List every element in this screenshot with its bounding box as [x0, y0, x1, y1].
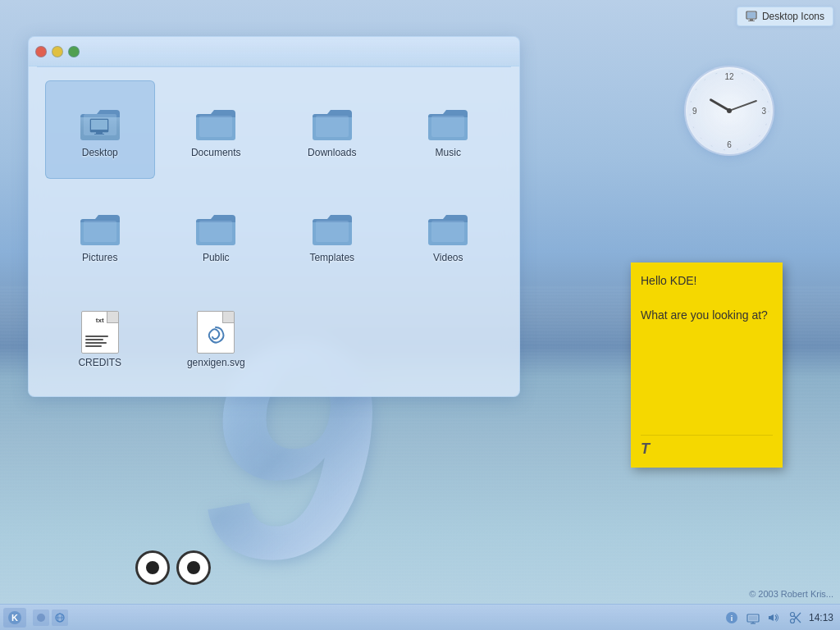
desktop-icon-videos[interactable]: Videos — [394, 185, 504, 284]
svg-rect-16 — [431, 116, 464, 137]
quick-launch-item1[interactable] — [33, 609, 49, 626]
pictures-folder-icon — [79, 206, 121, 249]
window-close-button[interactable] — [35, 46, 47, 57]
taskbar-left: K — [3, 608, 68, 628]
taskbar-right: i — [724, 609, 837, 626]
left-pupil — [146, 561, 159, 574]
info-tray-icon[interactable]: i — [724, 609, 740, 626]
right-pupil — [187, 561, 200, 574]
taskbar-time: 14:13 — [809, 612, 833, 623]
kde-menu-button[interactable]: K — [3, 608, 26, 628]
desktop-icons-button[interactable]: Desktop Icons — [737, 7, 833, 26]
monitor-icon — [746, 11, 757, 22]
desktop-icon-pictures[interactable]: Pictures — [45, 185, 155, 284]
pictures-icon-label: Pictures — [82, 252, 117, 263]
svg-rect-10 — [94, 134, 104, 135]
volume-tray-icon[interactable] — [766, 609, 783, 626]
right-eye — [176, 550, 211, 585]
templates-icon-label: Templates — [309, 252, 354, 263]
sticky-line1: Hello KDE! — [641, 272, 773, 290]
clock-face: 12 3 6 9 — [684, 66, 774, 156]
svg-text:K: K — [11, 613, 18, 623]
svg-text:i: i — [731, 614, 733, 623]
downloads-icon-label: Downloads — [308, 147, 356, 158]
desktop-icon-templates[interactable]: Templates — [277, 185, 387, 284]
eyes-character — [135, 550, 211, 585]
clock-center-dot — [727, 108, 732, 113]
music-folder-icon — [427, 101, 469, 144]
network-icon — [746, 611, 760, 624]
desktop-icon-genxigen[interactable]: genxigen.svg — [162, 290, 272, 389]
sticky-toolbar: T — [641, 435, 773, 458]
copyright-text: © 2003 Robert Kris... — [749, 589, 833, 599]
templates-folder-icon — [311, 206, 354, 249]
globe-icon — [55, 613, 65, 623]
window-content: Desktop Documents Download — [29, 67, 519, 402]
public-icon-label: Public — [203, 252, 230, 263]
genxigen-file-icon — [194, 311, 237, 354]
svg-rect-3 — [747, 12, 756, 18]
videos-folder-icon — [427, 206, 469, 249]
desktop-icon-credits[interactable]: txt CREDITS — [45, 290, 155, 389]
desktop-icons-label: Desktop Icons — [762, 11, 824, 22]
quick-launch-item2[interactable] — [52, 609, 68, 626]
public-folder-icon — [194, 206, 237, 249]
window-toolbar — [29, 37, 519, 66]
sticky-note[interactable]: Hello KDE! What are you looking at? T — [631, 262, 783, 468]
info-icon: i — [725, 611, 738, 624]
svg-rect-1 — [750, 19, 753, 21]
genxigen-icon-label: genxigen.svg — [187, 357, 245, 368]
desktop-icon-desktop[interactable]: Desktop — [45, 80, 155, 179]
videos-icon-label: Videos — [433, 252, 463, 263]
svg-rect-20 — [199, 221, 232, 242]
credits-icon-label: CREDITS — [78, 357, 121, 368]
desktop-icon-label: Desktop — [82, 147, 118, 158]
svg-rect-9 — [96, 132, 103, 134]
window-minimize-button[interactable] — [52, 46, 63, 57]
scissors-tray-icon[interactable] — [788, 609, 804, 626]
svg-rect-22 — [316, 221, 349, 242]
svg-rect-8 — [91, 120, 107, 130]
downloads-folder-icon — [311, 101, 354, 144]
music-icon-label: Music — [436, 147, 461, 158]
sticky-line2: What are you looking at? — [641, 307, 773, 324]
svg-rect-12 — [199, 116, 232, 137]
svg-rect-18 — [84, 221, 116, 242]
desktop-icon-music[interactable]: Music — [394, 80, 504, 179]
kde-logo-icon: K — [7, 610, 22, 625]
svg-rect-34 — [749, 616, 757, 620]
sticky-text-format-icon[interactable]: T — [641, 441, 650, 458]
documents-folder-icon — [194, 101, 237, 144]
desktop-icon-public[interactable]: Public — [162, 185, 272, 284]
volume-icon — [768, 611, 781, 624]
file-manager-window: Desktop Documents Download — [28, 36, 520, 397]
desktop-icon-downloads[interactable]: Downloads — [277, 80, 387, 179]
credits-file-icon: txt — [79, 311, 121, 354]
desktop-folder-icon — [79, 101, 121, 144]
sticky-note-text: Hello KDE! What are you looking at? — [641, 272, 773, 431]
svg-rect-2 — [748, 21, 755, 21]
desktop-icon-documents[interactable]: Documents — [162, 80, 272, 179]
network-tray-icon[interactable] — [745, 609, 761, 626]
svg-rect-24 — [431, 221, 464, 242]
svg-rect-37 — [769, 616, 770, 619]
clock-widget: 12 3 6 9 — [684, 66, 774, 156]
documents-icon-label: Documents — [191, 147, 241, 158]
left-eye — [135, 550, 170, 585]
window-maximize-button[interactable] — [68, 46, 80, 57]
svg-rect-14 — [316, 116, 349, 137]
quick-launch — [33, 609, 68, 626]
scissors-icon — [789, 611, 802, 624]
taskbar: K i — [0, 604, 840, 630]
